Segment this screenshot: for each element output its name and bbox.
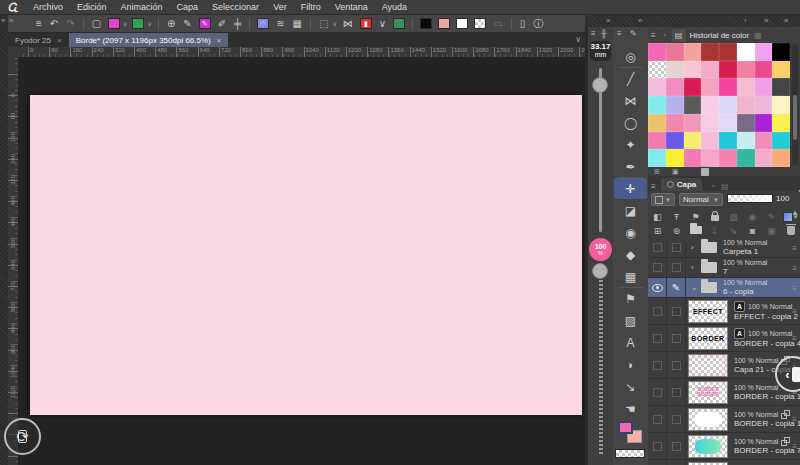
color-wheel-tab-icon[interactable]: ◔ <box>662 31 667 40</box>
redo-icon[interactable]: ↷ <box>66 16 74 32</box>
tab-borde-active[interactable]: Borde* (2097 x 1196px 350dpi 66.5%) × <box>69 33 229 47</box>
zoom-icon[interactable]: ⊕ <box>167 16 175 32</box>
pink-color-swatch[interactable] <box>438 18 450 29</box>
layer-palette-mode-dropdown[interactable]: ▼ <box>651 193 675 206</box>
layer-thumbnail[interactable] <box>688 462 728 465</box>
color-swatch[interactable] <box>755 96 773 114</box>
expand-left-dock-icon[interactable]: » <box>1 16 5 25</box>
pattern-brush-swatch[interactable] <box>108 18 120 29</box>
layer-folder-row[interactable]: ›100 % NormalCarpeta 1≡ <box>648 238 800 258</box>
color-swatch[interactable] <box>684 114 702 132</box>
eraser-tool[interactable]: ◪ <box>614 200 647 221</box>
color-swatch[interactable] <box>719 132 737 150</box>
layer-visibility-toggle[interactable] <box>648 406 667 432</box>
layer-visibility-toggle[interactable] <box>648 460 667 465</box>
color-swatch[interactable] <box>648 43 666 61</box>
color-swatch[interactable] <box>772 96 790 114</box>
color-swatch[interactable] <box>772 61 790 79</box>
color-history-scrollbar[interactable] <box>792 45 798 165</box>
canvas-viewport[interactable] <box>18 57 585 465</box>
color-swatch[interactable] <box>755 78 773 96</box>
lock-transparent-pixels-icon[interactable]: ▨ <box>724 212 743 222</box>
blend-mode-dropdown[interactable]: Normal ▼ <box>679 193 723 206</box>
color-swatch[interactable] <box>648 149 666 167</box>
delete-layer-icon[interactable] <box>781 224 800 237</box>
color-swatch[interactable] <box>684 78 702 96</box>
layer-edit-toggle[interactable] <box>667 433 686 459</box>
color-swatch[interactable] <box>719 43 737 61</box>
close-tab-icon[interactable]: × <box>217 36 222 45</box>
color-swatch[interactable] <box>701 61 719 79</box>
collapse-panel-icon[interactable]: » <box>638 16 642 25</box>
layer-thumbnail[interactable]: BORDER <box>688 327 728 350</box>
frame-border-tool[interactable]: ▦ <box>614 266 647 287</box>
color-swatch[interactable] <box>719 114 737 132</box>
layer-edit-toggle[interactable] <box>667 298 686 324</box>
lock-layer-icon[interactable] <box>705 211 724 223</box>
chevron-down-icon[interactable]: ∨ <box>147 20 151 27</box>
menu-item-seleccionar[interactable]: Seleccionar <box>205 0 266 14</box>
color-swatch[interactable] <box>666 43 684 61</box>
new-layer-settings-icon[interactable]: ⊛ <box>667 226 686 236</box>
color-swatch[interactable] <box>648 61 666 79</box>
collapse-panel-icon[interactable]: › <box>744 16 747 25</box>
document-canvas[interactable] <box>30 95 582 415</box>
menu-item-ayuda[interactable]: Ayuda <box>375 0 414 14</box>
layer-edit-toggle[interactable] <box>667 406 686 432</box>
animation-tab-icon[interactable]: ▤ <box>721 182 729 191</box>
color-swatch[interactable] <box>701 43 719 61</box>
pin-icon[interactable]: ⚑ <box>686 212 705 222</box>
close-tab-icon[interactable]: × <box>57 36 62 45</box>
color-swatch[interactable] <box>719 96 737 114</box>
transfer-to-lower-icon[interactable]: ⇩ <box>705 226 724 236</box>
line-tool[interactable]: ╱ <box>614 68 647 89</box>
layer-edit-toggle[interactable] <box>667 460 686 465</box>
layer-menu-handle-icon[interactable]: ≡ <box>792 334 797 343</box>
black-color-swatch[interactable] <box>420 18 432 29</box>
ruler-tool[interactable]: ⚑ <box>614 288 647 309</box>
layer-edit-toggle[interactable] <box>667 379 686 405</box>
fill-tool[interactable]: ◆ <box>614 244 647 265</box>
layer-menu-handle-icon[interactable]: ≡ <box>792 442 797 451</box>
tab-fyodor[interactable]: Fyodor 25 × <box>8 33 69 47</box>
chevron-down-icon[interactable]: ∨ <box>332 20 336 27</box>
menu-item-ver[interactable]: Ver <box>266 0 294 14</box>
layer-menu-handle-icon[interactable]: ≡ <box>792 243 797 252</box>
chevron-down-icon[interactable]: ∨ <box>379 16 386 32</box>
color-swatch[interactable] <box>701 114 719 132</box>
pen-icon[interactable]: ✎ <box>183 16 191 32</box>
menu-item-edición[interactable]: Edición <box>70 0 114 14</box>
color-swatch[interactable] <box>666 78 684 96</box>
flip-view-icon[interactable]: ⋈ <box>343 16 353 32</box>
move-tool[interactable]: ✛ <box>614 178 647 199</box>
layer-thumbnail[interactable]: BORDER BORDER <box>688 381 728 404</box>
blend-tool[interactable]: ◉ <box>614 222 647 243</box>
swatch-options-icon[interactable]: ▣ <box>672 167 679 176</box>
color-swatch[interactable] <box>666 132 684 150</box>
layer-edit-toggle[interactable] <box>667 352 686 378</box>
layer-visibility-toggle[interactable] <box>648 238 667 257</box>
color-set-tab-icon[interactable]: ▦ <box>754 31 762 40</box>
color-swatch[interactable] <box>755 61 773 79</box>
layer-row[interactable]: 100 % NormalBORDER - copia 7≡ <box>648 433 800 460</box>
color-swatch[interactable] <box>755 132 773 150</box>
layer-visibility-toggle[interactable] <box>648 352 667 378</box>
menu-item-animación[interactable]: Animación <box>114 0 170 14</box>
eyedropper-tool[interactable]: ✒ <box>614 156 647 177</box>
layer-edit-toggle[interactable] <box>667 325 686 351</box>
color-swatch[interactable] <box>666 61 684 79</box>
collapse-panel-icon[interactable]: » <box>764 16 768 25</box>
balloon-tool[interactable]: ◗ <box>614 354 647 375</box>
auto-select-tool[interactable]: ✦ <box>614 134 647 155</box>
stroke-tool[interactable]: ↘ <box>614 376 647 397</box>
color-swatch[interactable] <box>648 114 666 132</box>
color-swatch[interactable] <box>666 114 684 132</box>
panel-menu-icon[interactable]: ≡ <box>591 29 596 38</box>
expand-arrow-icon[interactable]: ⌄ <box>691 283 698 292</box>
red-record-swatch[interactable]: ▮ <box>360 18 372 29</box>
screen-settings-icon[interactable]: ▢ <box>92 16 101 32</box>
color-swatch[interactable] <box>772 149 790 167</box>
menu-item-filtro[interactable]: Filtro <box>294 0 328 14</box>
color-swatch[interactable] <box>701 96 719 114</box>
color-swatch[interactable] <box>648 78 666 96</box>
